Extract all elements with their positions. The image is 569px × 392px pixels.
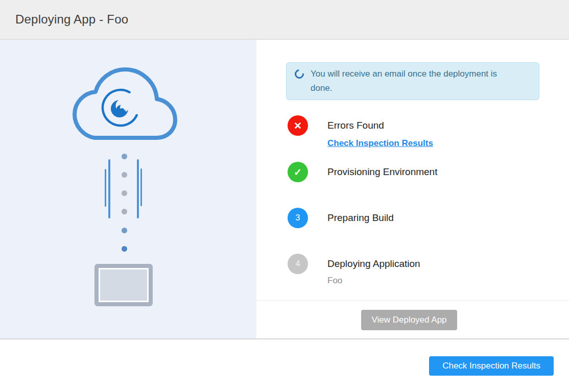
error-icon: ✕ [288, 115, 308, 136]
cloud-logo-icon [65, 63, 184, 149]
check-inspection-results-link[interactable]: Check Inspection Results [327, 137, 433, 150]
monitor-screen [100, 270, 147, 301]
step-title: Deploying Application [327, 254, 420, 274]
flow-line [137, 159, 139, 218]
step-number-badge: 4 [288, 254, 308, 274]
check-inspection-results-button[interactable]: Check Inspection Results [429, 356, 554, 376]
step-preparing-build: 3 Preparing Build [288, 208, 394, 228]
flow-line [105, 169, 106, 207]
flow-dot [122, 228, 127, 233]
dialog-body: You will receive an email once the deplo… [0, 40, 569, 339]
divider [256, 300, 569, 301]
step-number: 4 [296, 259, 300, 268]
email-notice-text: You will receive an email once the deplo… [311, 67, 511, 95]
error-glyph: ✕ [294, 120, 302, 132]
view-deployed-app-button[interactable]: View Deployed App [361, 310, 457, 330]
step-subtitle: Foo [327, 275, 420, 286]
step-title: Provisioning Environment [327, 162, 437, 182]
step-number: 3 [296, 213, 300, 223]
dialog-footer: Check Inspection Results [0, 340, 569, 392]
flow-dot [122, 190, 127, 196]
flow-dot [122, 246, 127, 252]
flow-dot [122, 154, 127, 159]
step-errors-found: ✕ Errors Found Check Inspection Results [288, 115, 433, 150]
monitor-icon [94, 264, 153, 306]
deploy-dialog: Deploying App - Foo [0, 0, 569, 392]
deploy-status-panel: You will receive an email once the deplo… [256, 40, 569, 338]
deploy-illustration-panel [0, 40, 256, 338]
step-title: Preparing Build [327, 208, 394, 228]
flow-dot [122, 209, 127, 214]
step-deploying-application: 4 Deploying Application Foo [288, 254, 420, 286]
page-title: Deploying App - Foo [15, 12, 128, 27]
flow-line [108, 159, 110, 218]
email-notice-banner: You will receive an email once the deplo… [286, 62, 539, 100]
step-number-badge: 3 [288, 208, 308, 228]
check-icon: ✓ [288, 162, 308, 182]
dialog-header: Deploying App - Foo [0, 0, 569, 40]
flow-line [140, 168, 142, 206]
step-provisioning-environment: ✓ Provisioning Environment [288, 162, 437, 182]
spinner-icon [293, 67, 305, 80]
flow-dot [122, 172, 127, 178]
step-title: Errors Found [327, 115, 433, 136]
check-glyph: ✓ [294, 166, 302, 178]
